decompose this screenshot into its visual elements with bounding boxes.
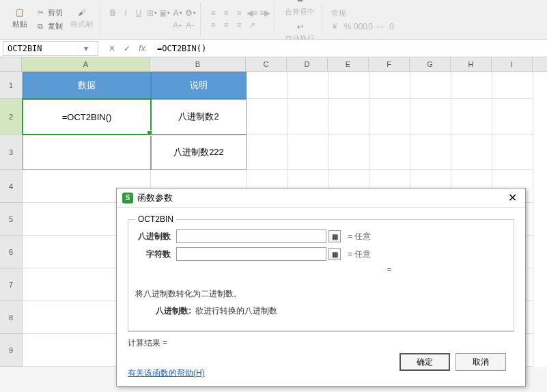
cell-E3[interactable] (328, 135, 369, 170)
row-header-9[interactable]: 9 (0, 334, 22, 367)
align-right-icon[interactable]: ≡ (234, 20, 244, 31)
underline-icon[interactable]: U (133, 8, 144, 18)
formula-bar: ▾ ✕ ✓ fx (0, 40, 547, 57)
percent-icon[interactable]: % (342, 21, 353, 32)
font-color-icon[interactable]: A▾ (172, 8, 183, 18)
cell-A1[interactable]: 数据 (23, 72, 151, 99)
row-header-2[interactable]: 2 (0, 99, 22, 135)
cell-A3[interactable] (23, 135, 151, 170)
cell-C3[interactable] (247, 135, 287, 170)
cancel-button[interactable]: 取消 (455, 353, 506, 371)
cell-B2[interactable]: 八进制数2 (151, 99, 247, 135)
font-increase-icon[interactable]: A+ (172, 20, 183, 31)
col-header-C[interactable]: C (246, 57, 287, 71)
indent-decrease-icon[interactable]: ◀≡ (247, 8, 257, 18)
format-painter-button[interactable]: 🖌 格式刷 (68, 5, 96, 33)
number-format-dropdown[interactable]: 常规 (329, 7, 392, 20)
cell-B1[interactable]: 说明 (151, 72, 247, 99)
dialog-titlebar[interactable]: S 函数参数 ✕ (117, 188, 525, 208)
font-decrease-icon[interactable]: A− (185, 20, 196, 31)
row-header-5[interactable]: 5 (0, 203, 22, 236)
paintbrush-icon: 🖌 (76, 7, 87, 18)
col-header-B[interactable]: B (150, 57, 246, 71)
col-header-H[interactable]: H (451, 57, 492, 71)
cell-C1[interactable] (247, 72, 287, 99)
arg-input-0[interactable] (176, 229, 326, 243)
col-header-F[interactable]: F (369, 57, 410, 71)
phonetic-icon[interactable]: ❹▾ (185, 8, 196, 18)
fill-color-icon[interactable]: ▣▾ (159, 8, 170, 18)
range-picker-icon[interactable]: ▦ (328, 230, 341, 242)
name-box-dropdown-icon[interactable]: ▾ (79, 44, 92, 53)
row-header-7[interactable]: 7 (0, 268, 22, 301)
cell-B3[interactable]: 八进制数222 (151, 135, 247, 170)
accept-formula-icon[interactable]: ✓ (122, 44, 132, 53)
row-header-1[interactable]: 1 (0, 72, 22, 99)
cell-I1[interactable] (492, 72, 533, 99)
name-box-input[interactable] (3, 44, 79, 53)
align-middle-icon[interactable]: ≡ (221, 8, 232, 18)
col-header-E[interactable]: E (328, 57, 369, 71)
increase-decimal-icon[interactable]: .0→ (368, 21, 379, 32)
align-left-icon[interactable]: ≡ (208, 20, 219, 31)
function-fieldset: OCT2BIN 八进制数▦= 任意字符数▦= 任意 = 将八进制数转化为二进制数… (128, 214, 514, 331)
align-bottom-icon[interactable]: ≡ (234, 8, 244, 18)
function-description: 将八进制数转化为二进制数。 (135, 288, 507, 300)
arg-input-1[interactable] (176, 247, 326, 261)
currency-icon[interactable]: ¥ (329, 21, 340, 32)
bold-icon[interactable]: B (107, 8, 118, 18)
name-box[interactable]: ▾ (3, 41, 98, 56)
range-picker-icon[interactable]: ▦ (328, 248, 341, 260)
paste-icon: 📋 (14, 7, 25, 18)
number-group: 常规 ¥ % 000 .0→ ←.0 (325, 3, 396, 36)
row-header-3[interactable]: 3 (0, 135, 22, 170)
calculation-result: 计算结果 = (128, 331, 514, 349)
cell-H3[interactable] (451, 135, 492, 170)
cell-F3[interactable] (369, 135, 410, 170)
cell-D2[interactable] (287, 99, 328, 135)
col-header-A[interactable]: A (22, 57, 150, 71)
formula-input[interactable] (153, 40, 547, 57)
wrap-icon: ↩ (294, 21, 305, 32)
col-header-I[interactable]: I (492, 57, 533, 71)
cut-button[interactable]: ✂剪切 (33, 5, 65, 19)
row-header-8[interactable]: 8 (0, 301, 22, 334)
cell-H1[interactable] (451, 72, 492, 99)
row-header-4[interactable]: 4 (0, 170, 22, 203)
fx-icon[interactable]: fx (137, 44, 148, 53)
decrease-decimal-icon[interactable]: ←.0 (381, 21, 392, 32)
cell-G1[interactable] (410, 72, 451, 99)
align-center-icon[interactable]: ≡ (221, 20, 232, 31)
cell-F1[interactable] (369, 72, 410, 99)
cell-I2[interactable] (492, 99, 533, 135)
cell-D1[interactable] (287, 72, 328, 99)
ok-button[interactable]: 确定 (399, 353, 450, 371)
orientation-icon[interactable]: ↗ (247, 20, 257, 31)
indent-increase-icon[interactable]: ≡▶ (260, 8, 270, 18)
comma-icon[interactable]: 000 (355, 21, 366, 32)
paste-button[interactable]: 📋 粘贴 (10, 5, 30, 33)
cell-A2[interactable]: =OCT2BIN() (23, 99, 151, 135)
row-header-6[interactable]: 6 (0, 236, 22, 268)
cell-I3[interactable] (492, 135, 533, 170)
merge-center-button[interactable]: ⬌ 合并居中 (282, 0, 318, 18)
cell-E1[interactable] (328, 72, 369, 99)
cell-H2[interactable] (451, 99, 492, 135)
cell-G2[interactable] (410, 99, 451, 135)
cell-C2[interactable] (247, 99, 287, 135)
cell-E2[interactable] (328, 99, 369, 135)
col-header-D[interactable]: D (287, 57, 328, 71)
help-link[interactable]: 有关该函数的帮助(H) (128, 367, 205, 379)
cancel-formula-icon[interactable]: ✕ (107, 44, 117, 53)
italic-icon[interactable]: I (120, 8, 131, 18)
border-icon[interactable]: ⊞▾ (146, 8, 157, 18)
close-icon[interactable]: ✕ (505, 191, 520, 204)
arg-label: 八进制数 (135, 231, 176, 242)
align-top-icon[interactable]: ≡ (208, 8, 219, 18)
cell-D3[interactable] (287, 135, 328, 170)
select-all-corner[interactable] (0, 57, 22, 71)
cell-F2[interactable] (369, 99, 410, 135)
col-header-G[interactable]: G (410, 57, 451, 71)
copy-button[interactable]: ⧉复制 (33, 19, 65, 33)
cell-G3[interactable] (410, 135, 451, 170)
